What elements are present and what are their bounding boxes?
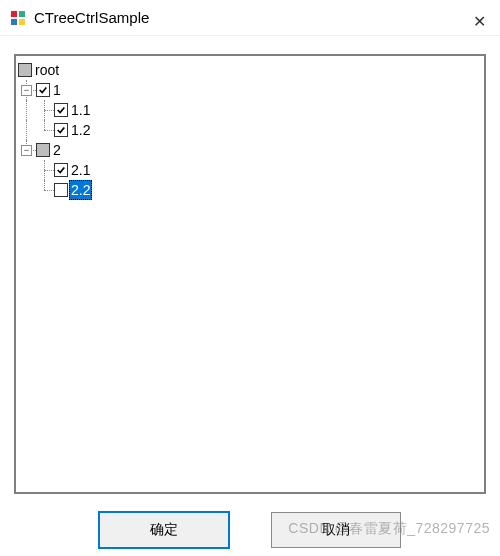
checkbox-indeterminate-icon[interactable] — [36, 143, 50, 157]
tree-label[interactable]: 1 — [51, 80, 63, 100]
checkbox-checked-icon[interactable] — [36, 83, 50, 97]
tree-label[interactable]: root — [33, 60, 61, 80]
close-icon[interactable]: ✕ — [467, 8, 492, 35]
svg-rect-0 — [11, 11, 17, 17]
tree-node-2[interactable]: − 2 — [18, 140, 482, 160]
tree-control[interactable]: root − 1 1.1 1.2 − — [14, 54, 486, 494]
tree-node-root[interactable]: root — [18, 60, 482, 80]
checkbox-checked-icon[interactable] — [54, 123, 68, 137]
tree-label-selected[interactable]: 2.2 — [69, 180, 92, 200]
checkbox-indeterminate-icon[interactable] — [18, 63, 32, 77]
tree-node-2-1[interactable]: 2.1 — [18, 160, 482, 180]
tree-branch — [36, 180, 54, 200]
tree-branch: − — [18, 80, 36, 100]
cancel-button[interactable]: 取消 — [271, 512, 401, 548]
tree-branch — [18, 100, 36, 120]
checkbox-checked-icon[interactable] — [54, 163, 68, 177]
collapse-icon[interactable]: − — [21, 145, 32, 156]
svg-rect-1 — [19, 11, 25, 17]
tree-branch — [18, 160, 36, 180]
tree-node-1-2[interactable]: 1.2 — [18, 120, 482, 140]
checkbox-checked-icon[interactable] — [54, 103, 68, 117]
collapse-icon[interactable]: − — [21, 85, 32, 96]
tree-branch — [18, 180, 36, 200]
app-icon — [10, 10, 26, 26]
tree-label[interactable]: 1.1 — [69, 100, 92, 120]
tree-node-1[interactable]: − 1 — [18, 80, 482, 100]
tree-label[interactable]: 2.1 — [69, 160, 92, 180]
tree-node-2-2[interactable]: 2.2 — [18, 180, 482, 200]
tree-label[interactable]: 2 — [51, 140, 63, 160]
svg-rect-3 — [19, 19, 25, 25]
tree-branch — [36, 100, 54, 120]
window-title: CTreeCtrlSample — [34, 9, 149, 26]
tree-branch — [36, 120, 54, 140]
dialog-button-row: 确定 取消 — [0, 512, 500, 548]
tree-branch — [36, 160, 54, 180]
svg-rect-2 — [11, 19, 17, 25]
titlebar: CTreeCtrlSample ✕ — [0, 0, 500, 36]
checkbox-unchecked-icon[interactable] — [54, 183, 68, 197]
ok-button[interactable]: 确定 — [99, 512, 229, 548]
tree-branch: − — [18, 140, 36, 160]
tree-node-1-1[interactable]: 1.1 — [18, 100, 482, 120]
tree-branch — [18, 120, 36, 140]
tree-label[interactable]: 1.2 — [69, 120, 92, 140]
